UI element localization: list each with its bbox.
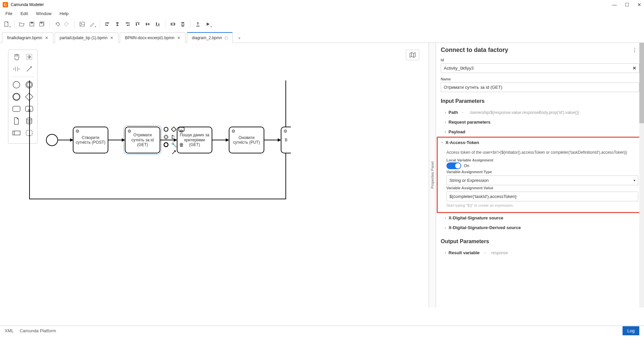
connect-tool-icon[interactable]	[25, 65, 34, 73]
task-update[interactable]: ⚙ Оновити сутність (PUT)	[229, 127, 264, 153]
end-event-icon[interactable]	[12, 92, 21, 101]
service-task-icon: ⚙	[127, 129, 131, 134]
save-all-button[interactable]	[37, 19, 47, 29]
task-label: В	[285, 138, 287, 142]
data-object-icon[interactable]	[12, 117, 21, 125]
align-bottom-button[interactable]	[153, 19, 162, 29]
run-button[interactable]: ▾	[203, 19, 213, 29]
highlight-annotation: › X-Access-Token Access token of the use…	[437, 137, 642, 213]
start-event-icon[interactable]	[12, 80, 21, 89]
hand-tool-icon[interactable]	[12, 53, 21, 61]
pad-delete-icon[interactable]: 🗑	[178, 141, 185, 148]
platform-button[interactable]: Camunda Platform	[20, 328, 56, 333]
output-params-title: Output Parameters	[441, 238, 639, 245]
properties-panel-toggle[interactable]: Properties Panel	[429, 43, 436, 307]
scrollbar-track[interactable]	[639, 43, 644, 307]
distribute-h-button[interactable]	[168, 19, 177, 29]
space-tool-icon[interactable]	[12, 65, 21, 73]
minimap-button[interactable]	[406, 50, 419, 60]
pad-annotation-icon[interactable]	[170, 134, 177, 140]
pad-connect-icon[interactable]	[170, 149, 177, 156]
align-center-v-button[interactable]	[143, 19, 152, 29]
service-task-icon: ⚙	[283, 129, 287, 134]
pad-intermediate-event-icon[interactable]	[163, 134, 169, 140]
x-digsig-row[interactable]: › X-Digital-Signature source	[441, 213, 639, 223]
arrow-icon: →	[482, 250, 487, 255]
sequence-flow[interactable]	[212, 140, 226, 140]
var-value-hint: Start typing "${}" to create an expressi…	[442, 203, 638, 207]
var-type-select[interactable]: String or Expression ▾	[446, 176, 638, 185]
props-header: Connect to data factory ⋮	[441, 46, 639, 54]
align-left-button[interactable]	[103, 19, 112, 29]
menu-edit[interactable]: Edit	[17, 10, 31, 17]
task-cut[interactable]: ⚙ В	[281, 127, 291, 153]
image-button[interactable]	[77, 19, 87, 29]
undo-button[interactable]	[52, 19, 62, 29]
service-task-icon: ⚙	[231, 129, 235, 134]
svg-rect-19	[138, 23, 139, 25]
pad-wrench-icon[interactable]: 🔧	[170, 141, 177, 148]
local-var-toggle[interactable]	[446, 162, 461, 169]
xml-button[interactable]: XML	[5, 328, 14, 333]
tab-1[interactable]: partialUpdate_bp (1).bpmn ✕	[55, 32, 119, 43]
distribute-v-button[interactable]	[178, 19, 187, 29]
align-top-button[interactable]	[133, 19, 142, 29]
align-center-h-button[interactable]	[113, 19, 122, 29]
log-button[interactable]: Log	[623, 326, 639, 335]
id-input[interactable]: Activity_0kfiyy3 ✕	[441, 63, 639, 73]
lasso-tool-icon[interactable]	[25, 53, 34, 61]
redo-button[interactable]	[62, 19, 72, 29]
sequence-flow[interactable]	[58, 140, 71, 140]
pad-task-icon[interactable]	[178, 126, 185, 133]
arrow-icon: ←	[461, 110, 465, 115]
save-button[interactable]	[27, 19, 37, 29]
tab-2[interactable]: BPMN-docx-excerpt1.bpmn ✕	[120, 32, 185, 43]
var-value-input[interactable]: ${completer('taskId').accessToken}	[446, 192, 638, 201]
start-event[interactable]	[46, 134, 58, 146]
pool-icon[interactable]	[12, 129, 21, 137]
close-icon[interactable]: ✕	[45, 36, 48, 40]
add-tab-button[interactable]: +	[234, 33, 245, 43]
task-create[interactable]: ⚙ Створити сутність (POST)	[73, 127, 108, 153]
tab-3[interactable]: diagram_2.bpmn	[187, 32, 233, 43]
canvas[interactable]: ⚙ Створити сутність (POST) ⚙ Отримати су…	[0, 43, 429, 307]
new-file-button[interactable]: ▾	[2, 19, 11, 29]
menu-window[interactable]: Window	[33, 10, 55, 17]
open-button[interactable]	[17, 19, 26, 29]
deploy-button[interactable]	[193, 19, 203, 29]
pad-start-event-icon[interactable]	[163, 126, 169, 133]
menu-help[interactable]: Help	[56, 10, 72, 17]
pad-gateway-icon[interactable]	[170, 126, 177, 133]
x-access-token-row[interactable]: › X-Access-Token	[442, 138, 638, 147]
minimize-icon[interactable]: —	[612, 2, 617, 7]
tab-0[interactable]: finalkdiagram.bpmn ✕	[2, 32, 53, 43]
result-var-row[interactable]: › Result variable → response	[441, 248, 639, 258]
menu-file[interactable]: File	[2, 10, 16, 17]
task-get-by-id[interactable]: ⚙ Отримати сутніть за id (GET)	[125, 127, 160, 153]
pad-end-event-icon[interactable]	[163, 141, 169, 148]
close-icon[interactable]: ✕	[110, 36, 113, 40]
name-input[interactable]: Отримати сутніть за id (GET)	[441, 82, 639, 92]
clear-icon[interactable]: ✕	[633, 66, 636, 71]
align-right-button[interactable]	[123, 19, 132, 29]
svg-rect-16	[127, 25, 128, 26]
path-row[interactable]: › Path ← /ownership/${response.value.res…	[441, 108, 639, 117]
close-icon[interactable]: ✕	[637, 2, 641, 7]
request-params-row[interactable]: › Request parameters	[441, 117, 639, 127]
x-digsig-derived-row[interactable]: › X-Digital-Signature-Derived source	[441, 223, 639, 232]
svg-rect-13	[116, 25, 118, 26]
sequence-flow[interactable]	[264, 140, 278, 140]
sequence-flow[interactable]	[108, 140, 122, 140]
scrollbar-thumb[interactable]	[639, 43, 644, 123]
payload-label: Payload	[448, 129, 465, 134]
x-digsig-label: X-Digital-Signature source	[448, 215, 503, 220]
arrow-head-icon	[122, 138, 125, 142]
more-options-icon[interactable]: ⋮	[630, 46, 639, 54]
svg-rect-30	[181, 24, 184, 25]
maximize-icon[interactable]: ☐	[625, 2, 629, 7]
main-area: ⚙ Створити сутність (POST) ⚙ Отримати су…	[0, 43, 644, 307]
color-button[interactable]: ▾	[88, 19, 97, 29]
close-icon[interactable]: ✕	[177, 36, 180, 40]
payload-row[interactable]: › Payload	[441, 127, 639, 137]
task-icon[interactable]	[12, 105, 21, 113]
